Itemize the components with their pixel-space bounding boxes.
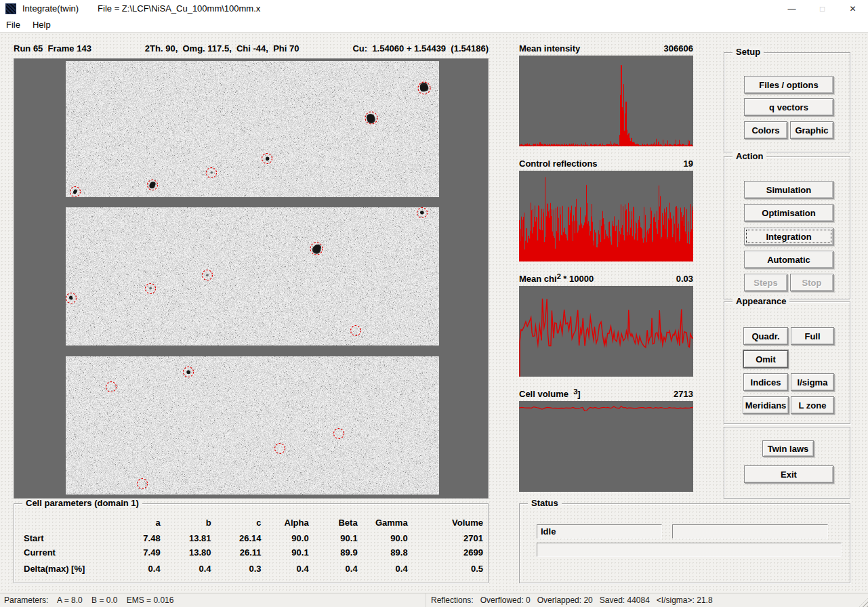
detector-panel-1: [66, 61, 439, 197]
window-title: Integrate(twin): [22, 3, 79, 14]
maximize-icon[interactable]: □: [807, 0, 838, 17]
full-button[interactable]: Full: [791, 327, 834, 345]
wavelength-label: Cu: 1.54060 + 1.54439 (1.54186): [352, 43, 489, 54]
chart-mean-intensity: Mean intensity 306606: [519, 42, 693, 146]
chart-title: Control reflections: [519, 157, 598, 169]
menu-bar: File Help: [0, 17, 868, 32]
chart-title: Mean chi2 * 10000: [519, 272, 594, 284]
automatic-button[interactable]: Automatic: [744, 251, 833, 268]
app-icon: [5, 3, 16, 14]
simulation-button[interactable]: Simulation: [744, 181, 833, 198]
exit-button[interactable]: Exit: [744, 465, 833, 483]
menu-help[interactable]: Help: [26, 18, 57, 31]
window-file-path: File = Z:\LCF\NiSA_Cu_100mm\100mm.x: [98, 3, 260, 14]
cell-volume-plot: [519, 401, 693, 492]
chart-value: 0.03: [676, 274, 693, 284]
l-zone-button[interactable]: L zone: [791, 396, 834, 414]
goniometer-angles-label: 2Th. 90, Omg. 117.5, Chi -44, Phi 70: [145, 43, 299, 54]
table-row: Start 7.48 13.81 26.14 90.0 90.1 90.0 27…: [24, 533, 483, 543]
stop-button[interactable]: Stop: [790, 274, 833, 291]
run-frame-label: Run 65 Frame 143: [14, 43, 91, 54]
statusbar-reflections: Reflections: Overflowed: 0 Overlapped: 2…: [426, 595, 868, 605]
window-controls: — □ ✕: [777, 0, 868, 17]
title-bar[interactable]: Integrate(twin) File = Z:\LCF\NiSA_Cu_10…: [0, 0, 868, 17]
chart-title: Cell volume 3]: [519, 388, 581, 399]
exit-group: Twin laws Exit: [724, 427, 850, 499]
twin-laws-button[interactable]: Twin laws: [762, 440, 814, 457]
menu-file[interactable]: File: [0, 18, 26, 31]
appearance-group-title: Appearance: [732, 297, 789, 306]
status-progress-field: [537, 543, 842, 557]
detector-panel-2: [66, 207, 439, 346]
action-group: Action Simulation Optimisation Integrati…: [724, 156, 850, 299]
meridians-button[interactable]: Meridians: [743, 396, 789, 414]
setup-group: Setup Files / options q vectors Colors G…: [724, 52, 850, 152]
cell-parameters-group: Cell parameters (domain 1) a b c Alpha B…: [14, 503, 489, 583]
cell-parameters-title: Cell parameters (domain 1): [22, 499, 142, 508]
statusbar-parameters: Parameters: A = 8.0 B = 0.0 EMS = 0.016: [0, 595, 426, 605]
status-state-field: Idle: [537, 524, 662, 539]
chart-value: 306606: [664, 43, 693, 54]
setup-group-title: Setup: [732, 47, 764, 57]
chart-value: 19: [684, 159, 693, 169]
client-area: Run 65 Frame 143 2Th. 90, Omg. 117.5, Ch…: [0, 32, 868, 593]
indices-button[interactable]: Indices: [743, 373, 788, 391]
steps-button[interactable]: Steps: [744, 274, 787, 291]
status-group: Status Idle: [519, 503, 850, 583]
files-options-button[interactable]: Files / options: [744, 76, 833, 93]
status-bar: Parameters: A = 8.0 B = 0.0 EMS = 0.016 …: [0, 593, 868, 607]
mean-intensity-plot: [519, 56, 693, 146]
chart-title: Mean intensity: [519, 42, 580, 54]
i-sigma-button[interactable]: I/sigma: [791, 373, 834, 391]
detector-panel-3: [66, 356, 439, 495]
cell-parameters-header-row: a b c Alpha Beta Gamma Volume: [24, 518, 483, 528]
close-icon[interactable]: ✕: [838, 0, 868, 17]
control-reflections-plot: [519, 171, 693, 261]
minimize-icon[interactable]: —: [777, 0, 807, 17]
mean-chi2-plot: [519, 286, 693, 377]
table-row: Current 7.49 13.80 26.11 90.1 89.9 89.8 …: [24, 547, 483, 558]
optimisation-button[interactable]: Optimisation: [744, 204, 833, 222]
quadr-button[interactable]: Quadr.: [743, 327, 788, 345]
integration-button[interactable]: Integration: [744, 228, 833, 245]
graphic-button[interactable]: Graphic: [790, 121, 833, 139]
detector-frame: [14, 58, 489, 499]
status-info-field: [672, 524, 828, 539]
chart-cell-volume: Cell volume 3] 2713: [519, 388, 693, 492]
action-group-title: Action: [732, 152, 766, 161]
colors-button[interactable]: Colors: [744, 121, 787, 139]
status-group-title: Status: [528, 499, 562, 508]
app-window: Integrate(twin) File = Z:\LCF\NiSA_Cu_10…: [0, 0, 868, 607]
appearance-group: Appearance Quadr. Full Omit Indices I/si…: [724, 301, 850, 424]
chart-mean-chi2: Mean chi2 * 10000 0.03: [519, 272, 693, 377]
chart-value: 2713: [674, 389, 693, 399]
omit-button[interactable]: Omit: [743, 350, 788, 368]
frame-header: Run 65 Frame 143 2Th. 90, Omg. 117.5, Ch…: [14, 43, 489, 54]
table-row: Delta(max) [%] 0.4 0.4 0.3 0.4 0.4 0.4 0…: [24, 564, 483, 574]
q-vectors-button[interactable]: q vectors: [744, 98, 833, 116]
chart-control-reflections: Control reflections 19: [519, 157, 693, 261]
